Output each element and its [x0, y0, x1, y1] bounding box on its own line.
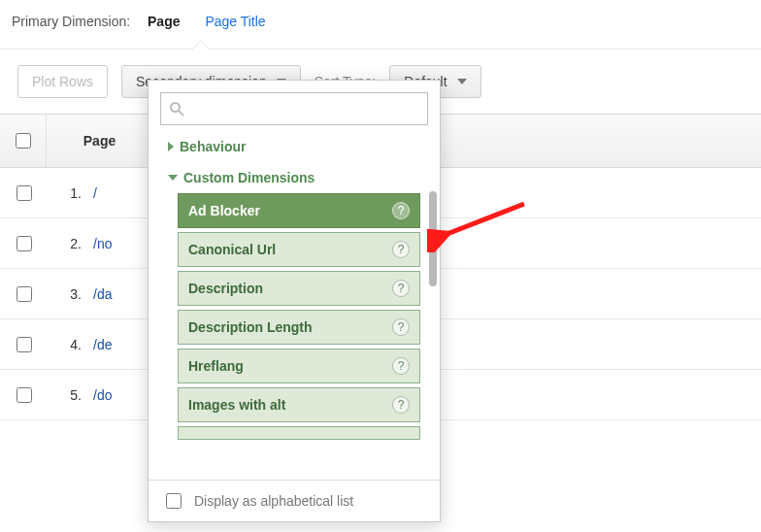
group-custom-dimensions[interactable]: Custom Dimensions [166, 162, 420, 193]
custom-dimensions-items: Ad Blocker ? Canonical Url ? Description… [166, 193, 420, 440]
dimension-item-label: Images with alt [188, 397, 285, 413]
alphabetical-label: Display as alphabetical list [194, 493, 353, 509]
secondary-dimension-panel: Behaviour Custom Dimensions Ad Blocker ?… [148, 80, 441, 522]
dimension-item-label: Description [188, 281, 263, 296]
panel-footer: Display as alphabetical list [149, 480, 440, 521]
row-index: 2. [47, 236, 89, 251]
row-checkbox[interactable] [17, 236, 32, 251]
scrollbar-thumb[interactable] [429, 191, 437, 286]
tab-page[interactable]: Page [140, 8, 187, 39]
dimension-item-canonical-url[interactable]: Canonical Url ? [178, 232, 420, 267]
dimension-search-box[interactable] [160, 92, 428, 125]
alphabetical-checkbox[interactable] [166, 493, 182, 509]
caret-down-icon [457, 79, 467, 84]
dimension-item-truncated[interactable] [178, 426, 420, 440]
row-checkbox[interactable] [17, 185, 32, 201]
select-all-checkbox[interactable] [16, 133, 31, 149]
page-link[interactable]: /do [93, 387, 112, 403]
group-label: Behaviour [180, 139, 246, 154]
group-behaviour[interactable]: Behaviour [166, 131, 420, 162]
chevron-right-icon [168, 142, 174, 151]
help-icon[interactable]: ? [392, 357, 410, 375]
row-checkbox[interactable] [17, 286, 32, 302]
dimension-group-list: Behaviour Custom Dimensions Ad Blocker ?… [149, 131, 440, 480]
svg-line-1 [179, 111, 183, 116]
primary-dimension-label: Primary Dimension: [12, 14, 130, 29]
primary-dimension-row: Primary Dimension: Page Page Title [0, 0, 761, 50]
svg-point-0 [171, 103, 180, 112]
search-icon [169, 101, 184, 116]
dimension-item-label: Canonical Url [188, 242, 276, 257]
dimension-item-ad-blocker[interactable]: Ad Blocker ? [178, 193, 420, 228]
row-index: 4. [47, 337, 89, 352]
page-link[interactable]: /no [93, 236, 112, 251]
help-icon[interactable]: ? [392, 241, 410, 258]
page-link[interactable]: /de [93, 337, 112, 352]
dimension-item-images-with-alt[interactable]: Images with alt ? [178, 387, 420, 422]
active-tab-notch [192, 40, 210, 50]
row-checkbox[interactable] [17, 337, 32, 352]
chevron-down-icon [168, 175, 178, 181]
help-icon[interactable]: ? [392, 318, 410, 336]
help-icon[interactable]: ? [392, 280, 410, 297]
help-icon[interactable]: ? [392, 202, 410, 219]
dimension-item-description-length[interactable]: Description Length ? [178, 310, 420, 345]
dimension-item-description[interactable]: Description ? [178, 271, 420, 306]
dimension-item-label: Hreflang [188, 358, 244, 374]
plot-rows-button[interactable]: Plot Rows [17, 65, 108, 98]
dimension-item-hreflang[interactable]: Hreflang ? [178, 349, 420, 383]
row-index: 5. [47, 387, 89, 403]
header-checkbox-cell [0, 115, 47, 167]
dimension-search-input[interactable] [192, 100, 419, 117]
page-link[interactable]: /da [93, 286, 112, 302]
row-index: 1. [47, 185, 89, 201]
row-checkbox[interactable] [17, 387, 32, 403]
dimension-item-label: Ad Blocker [188, 203, 260, 218]
page-link[interactable]: / [93, 185, 97, 201]
column-header-page[interactable]: Page [47, 115, 153, 167]
tab-page-title[interactable]: Page Title [197, 8, 273, 39]
row-index: 3. [47, 286, 89, 302]
dimension-item-label: Description Length [188, 319, 313, 335]
help-icon[interactable]: ? [392, 396, 410, 414]
group-label: Custom Dimensions [183, 170, 314, 185]
